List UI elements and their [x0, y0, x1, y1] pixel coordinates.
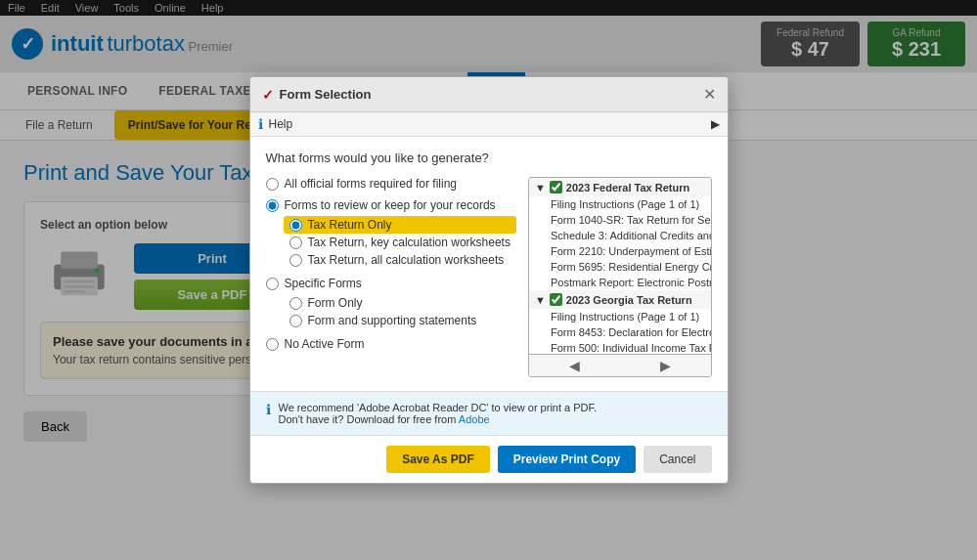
form-tree: ▼ 2023 Federal Tax Return Filing Instruc… — [529, 178, 711, 354]
footer-info-icon: ℹ — [266, 402, 271, 425]
save-as-pdf-button[interactable]: Save As PDF — [386, 446, 490, 461]
georgia-group-checkbox[interactable] — [550, 293, 562, 306]
radio-no-active-input[interactable] — [266, 338, 279, 351]
radio-forms-review-input[interactable] — [266, 199, 279, 212]
radio-tax-return-all[interactable] — [289, 254, 302, 267]
modal-toolbar: ℹ Help ▶ — [250, 112, 728, 137]
form-list-scroll[interactable]: ▼ 2023 Federal Tax Return Filing Instruc… — [529, 178, 711, 354]
preview-print-button[interactable]: Preview Print Copy — [498, 446, 636, 461]
form-list-area: ▼ 2023 Federal Tax Return Filing Instruc… — [528, 177, 712, 377]
radio-forms-review: Forms to review or keep for your records… — [266, 198, 516, 269]
federal-item-4[interactable]: Form 5695: Residential Energy Credit — [529, 259, 711, 275]
georgia-item-2[interactable]: Form 500: Individual Income Tax Retur — [529, 340, 711, 354]
form-list-nav: ◀ ▶ — [529, 354, 711, 376]
modal-actions: Save As PDF Preview Print Copy Cancel — [250, 435, 728, 461]
modal-overlay: ✓ Form Selection ✕ ℹ Help ▶ What forms w… — [0, 0, 977, 461]
modal-body: What forms would you like to generate? A… — [250, 137, 728, 391]
radio-options: All official forms required for filing F… — [266, 177, 516, 377]
adobe-link[interactable]: Adobe — [459, 413, 490, 425]
federal-item-3[interactable]: Form 2210: Underpayment of Estimate — [529, 243, 711, 259]
modal-icon: ✓ — [262, 87, 274, 103]
modal-footer-info: ℹ We recommend 'Adobe Acrobat Reader DC'… — [250, 391, 728, 435]
georgia-group: ▼ 2023 Georgia Tax Return Filing Instruc… — [529, 290, 711, 354]
federal-item-0[interactable]: Filing Instructions (Page 1 of 1) — [529, 196, 711, 212]
federal-item-2[interactable]: Schedule 3: Additional Credits and Pay — [529, 228, 711, 243]
modal-close-button[interactable]: ✕ — [703, 85, 716, 104]
federal-item-1[interactable]: Form 1040-SR: Tax Return for Seniors — [529, 212, 711, 228]
modal-title: ✓ Form Selection — [262, 87, 372, 103]
modal-question: What forms would you like to generate? — [266, 151, 712, 165]
federal-item-5[interactable]: Postmark Report: Electronic Postmark — [529, 275, 711, 290]
cancel-button[interactable]: Cancel — [644, 446, 711, 461]
federal-group-header: ▼ 2023 Federal Tax Return — [529, 178, 711, 196]
info-icon: ℹ — [258, 116, 263, 132]
federal-group-checkbox[interactable] — [550, 181, 562, 194]
scroll-right-button[interactable]: ▶ — [620, 355, 711, 376]
footer-info-text: We recommend 'Adobe Acrobat Reader DC' t… — [279, 402, 598, 425]
radio-specific-forms: Specific Forms Form Only Form and suppor… — [266, 277, 516, 329]
modal-header: ✓ Form Selection ✕ — [250, 77, 728, 112]
radio-sub-forms-review: Tax Return Only Tax Return, key calculat… — [284, 216, 516, 269]
radio-tax-return-only[interactable] — [289, 219, 302, 232]
radio-all-official-input[interactable] — [266, 178, 279, 191]
georgia-group-header: ▼ 2023 Georgia Tax Return — [529, 290, 711, 309]
radio-all-official: All official forms required for filing — [266, 177, 516, 191]
federal-group: ▼ 2023 Federal Tax Return Filing Instruc… — [529, 178, 711, 290]
radio-form-supporting[interactable] — [289, 315, 302, 327]
form-selection-modal: ✓ Form Selection ✕ ℹ Help ▶ What forms w… — [249, 76, 729, 461]
triangle-icon: ▼ — [535, 182, 546, 194]
radio-tax-return-key[interactable] — [289, 237, 302, 249]
radio-no-active: No Active Form — [266, 337, 516, 351]
modal-content-area: All official forms required for filing F… — [266, 177, 712, 377]
radio-specific-forms-input[interactable] — [266, 278, 279, 290]
radio-sub-specific: Form Only Form and supporting statements — [284, 294, 516, 329]
toolbar-more-icon: ▶ — [711, 117, 720, 131]
georgia-item-0[interactable]: Filing Instructions (Page 1 of 1) — [529, 309, 711, 324]
help-label[interactable]: Help — [269, 117, 293, 131]
scroll-left-button[interactable]: ◀ — [529, 355, 620, 376]
radio-form-only[interactable] — [289, 297, 302, 310]
georgia-item-1[interactable]: Form 8453: Declaration for Electronic F — [529, 324, 711, 340]
triangle-icon-2: ▼ — [535, 294, 546, 306]
